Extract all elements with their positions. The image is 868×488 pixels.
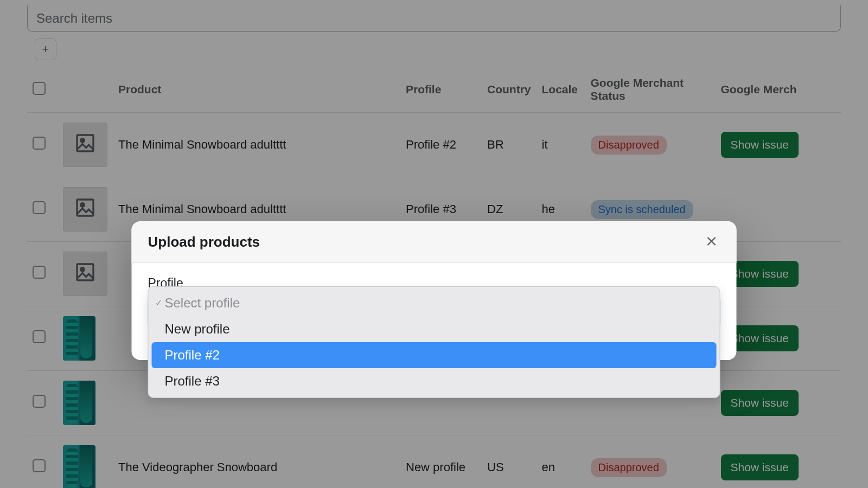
products-page: + Product Profile Country Locale Google … [0, 0, 868, 488]
close-icon [706, 235, 718, 249]
profile-option-placeholder[interactable]: Select profile [152, 290, 717, 316]
profile-option-3[interactable]: Profile #3 [152, 368, 717, 394]
profile-option-2[interactable]: Profile #2 [152, 342, 717, 368]
modal-title: Upload products [148, 234, 260, 251]
upload-products-modal: Upload products Profile Select profile N… [132, 221, 737, 360]
modal-header: Upload products [132, 221, 737, 263]
modal-close-button[interactable] [703, 233, 720, 251]
profile-option-new[interactable]: New profile [152, 316, 717, 342]
profile-dropdown-list: Select profile New profile Profile #2 Pr… [148, 286, 720, 398]
